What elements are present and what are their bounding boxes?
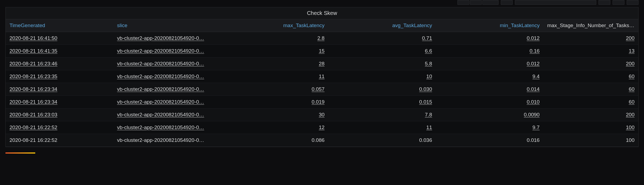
cell-max: 0.086 bbox=[221, 134, 328, 147]
table-row: 2020-08-21 16:41:50vb-cluster2-app-20200… bbox=[6, 32, 638, 45]
table-row: 2020-08-21 16:23:34vb-cluster2-app-20200… bbox=[6, 83, 638, 96]
toolbar-search[interactable] bbox=[515, 0, 596, 5]
cell-min[interactable]: 0.0090 bbox=[436, 109, 543, 121]
cell-avg[interactable]: 0.030 bbox=[328, 83, 436, 96]
cell-avg[interactable]: 7.8 bbox=[328, 109, 436, 121]
cell-time: 2020-08-21 16:22:52 bbox=[6, 134, 113, 147]
cell-time[interactable]: 2020-08-21 16:23:03 bbox=[6, 109, 113, 121]
column-header-avg[interactable]: avg_TaskLatency bbox=[328, 19, 436, 32]
cell-min[interactable]: 0.012 bbox=[436, 58, 543, 70]
cell-stage[interactable]: 100 bbox=[543, 121, 638, 134]
cell-slice[interactable]: vb-cluster2-app-20200821054920-0… bbox=[113, 70, 221, 83]
cell-max[interactable]: 0.019 bbox=[221, 96, 328, 109]
toolbar-group-1 bbox=[457, 0, 499, 5]
cell-avg[interactable]: 0.71 bbox=[328, 32, 436, 45]
cell-max[interactable]: 11 bbox=[221, 70, 328, 83]
cell-min[interactable]: 9.7 bbox=[436, 121, 543, 134]
cell-max[interactable]: 28 bbox=[221, 58, 328, 70]
cell-slice[interactable]: vb-cluster2-app-20200821054920-0… bbox=[113, 58, 221, 70]
toolbar-button[interactable] bbox=[613, 0, 624, 5]
cell-time[interactable]: 2020-08-21 16:41:35 bbox=[6, 45, 113, 58]
cell-slice[interactable]: vb-cluster2-app-20200821054920-0… bbox=[113, 45, 221, 58]
panel-title: Check Skew bbox=[6, 7, 638, 19]
cell-slice[interactable]: vb-cluster2-app-20200821054920-0… bbox=[113, 32, 221, 45]
toolbar-button[interactable] bbox=[470, 0, 482, 5]
cell-min[interactable]: 0.16 bbox=[436, 45, 543, 58]
table-row: 2020-08-21 16:23:46vb-cluster2-app-20200… bbox=[6, 58, 638, 70]
toolbar-button[interactable] bbox=[482, 0, 499, 5]
cell-avg: 0.036 bbox=[328, 134, 436, 147]
table-row: 2020-08-21 16:22:52vb-cluster2-app-20200… bbox=[6, 121, 638, 134]
cell-avg[interactable]: 10 bbox=[328, 70, 436, 83]
cell-stage[interactable]: 13 bbox=[543, 45, 638, 58]
toolbar-button[interactable] bbox=[501, 0, 513, 5]
table-row: 2020-08-21 16:23:34vb-cluster2-app-20200… bbox=[6, 96, 638, 109]
table-row: 2020-08-21 16:23:03vb-cluster2-app-20200… bbox=[6, 109, 638, 121]
cell-time[interactable]: 2020-08-21 16:23:46 bbox=[6, 58, 113, 70]
panel: Check Skew TimeGenerated slice max_TaskL… bbox=[5, 7, 639, 147]
table-row: 2020-08-21 16:41:35vb-cluster2-app-20200… bbox=[6, 45, 638, 58]
cell-stage[interactable]: 60 bbox=[543, 96, 638, 109]
toolbar bbox=[0, 0, 644, 7]
tab-indicator[interactable] bbox=[5, 152, 35, 154]
cell-max[interactable]: 0.057 bbox=[221, 83, 328, 96]
toolbar-button[interactable] bbox=[627, 0, 639, 5]
cell-time[interactable]: 2020-08-21 16:22:52 bbox=[6, 121, 113, 134]
cell-max[interactable]: 12 bbox=[221, 121, 328, 134]
cell-time[interactable]: 2020-08-21 16:41:50 bbox=[6, 32, 113, 45]
cell-min[interactable]: 0.012 bbox=[436, 32, 543, 45]
cell-stage[interactable]: 60 bbox=[543, 70, 638, 83]
toolbar-button[interactable] bbox=[457, 0, 469, 5]
cell-min[interactable]: 9.4 bbox=[436, 70, 543, 83]
cell-min[interactable]: 0.014 bbox=[436, 83, 543, 96]
cell-slice[interactable]: vb-cluster2-app-20200821054920-0… bbox=[113, 83, 221, 96]
cell-stage[interactable]: 60 bbox=[543, 83, 638, 96]
column-header-slice[interactable]: slice bbox=[113, 19, 221, 32]
cell-stage[interactable]: 200 bbox=[543, 32, 638, 45]
cell-avg[interactable]: 6.6 bbox=[328, 45, 436, 58]
cell-stage[interactable]: 200 bbox=[543, 58, 638, 70]
cell-min[interactable]: 0.010 bbox=[436, 96, 543, 109]
cell-time[interactable]: 2020-08-21 16:23:34 bbox=[6, 83, 113, 96]
cell-slice[interactable]: vb-cluster2-app-20200821054920-0… bbox=[113, 121, 221, 134]
cell-time[interactable]: 2020-08-21 16:23:35 bbox=[6, 70, 113, 83]
table-row: 2020-08-21 16:23:35vb-cluster2-app-20200… bbox=[6, 70, 638, 83]
column-header-max[interactable]: max_TaskLatency bbox=[221, 19, 328, 32]
cell-stage[interactable]: 200 bbox=[543, 109, 638, 121]
cell-max[interactable]: 2.8 bbox=[221, 32, 328, 45]
data-table: TimeGenerated slice max_TaskLatency avg_… bbox=[6, 19, 638, 147]
cell-time[interactable]: 2020-08-21 16:23:34 bbox=[6, 96, 113, 109]
cell-slice[interactable]: vb-cluster2-app-20200821054920-0… bbox=[113, 96, 221, 109]
column-header-time[interactable]: TimeGenerated bbox=[6, 19, 113, 32]
column-header-stage[interactable]: max_Stage_Info_Number_of_Tasks_d bbox=[543, 19, 638, 32]
cell-max[interactable]: 15 bbox=[221, 45, 328, 58]
cell-min: 0.016 bbox=[436, 134, 543, 147]
column-header-min[interactable]: min_TaskLatency bbox=[436, 19, 543, 32]
cell-stage: 100 bbox=[543, 134, 638, 147]
cell-avg[interactable]: 0.015 bbox=[328, 96, 436, 109]
table-row: 2020-08-21 16:22:52vb-cluster2-app-20200… bbox=[6, 134, 638, 147]
cell-slice[interactable]: vb-cluster2-app-20200821054920-0… bbox=[113, 109, 221, 121]
cell-avg[interactable]: 5.8 bbox=[328, 58, 436, 70]
toolbar-button[interactable] bbox=[598, 0, 610, 5]
cell-avg[interactable]: 11 bbox=[328, 121, 436, 134]
cell-slice: vb-cluster2-app-20200821054920-0… bbox=[113, 134, 221, 147]
table-header-row: TimeGenerated slice max_TaskLatency avg_… bbox=[6, 19, 638, 32]
cell-max[interactable]: 30 bbox=[221, 109, 328, 121]
